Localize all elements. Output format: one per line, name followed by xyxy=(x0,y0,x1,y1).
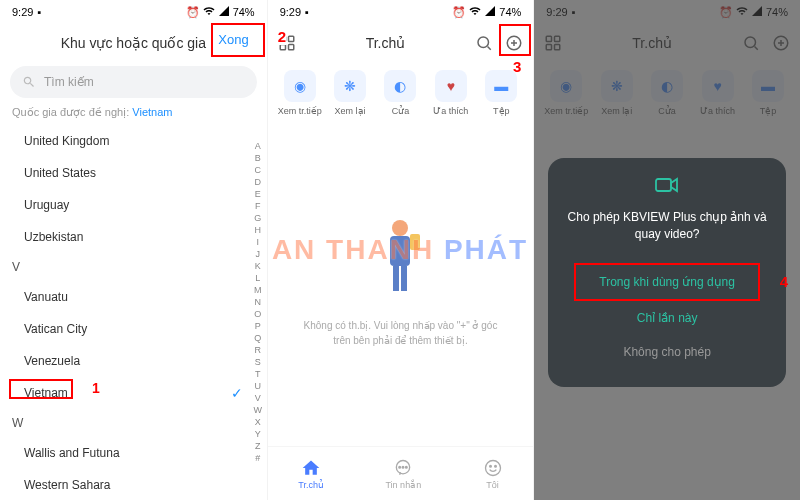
svg-point-16 xyxy=(489,465,491,467)
permission-dialog: Cho phép KBVIEW Plus chụp ảnh và quay vi… xyxy=(548,158,786,387)
battery-pct: 74% xyxy=(233,6,255,18)
option-while-using[interactable]: Trong khi dùng ứng dụng xyxy=(576,265,758,299)
home-icon xyxy=(301,458,321,478)
section-v: V xyxy=(12,253,267,281)
smile-icon xyxy=(483,458,503,478)
svg-point-15 xyxy=(485,460,500,475)
header: Khu vực hoặc quốc gia Xong xyxy=(0,24,267,62)
svg-rect-9 xyxy=(401,266,407,291)
svg-point-17 xyxy=(494,465,496,467)
list-item-vietnam[interactable]: Vietnam ✓ 1 xyxy=(12,377,267,409)
status-time: 9:29 xyxy=(12,6,33,18)
screen-country-select: 9:29▪ ⏰ 74% Khu vực hoặc quốc gia Xong T… xyxy=(0,0,267,500)
signal-icon xyxy=(484,5,496,19)
list-item[interactable]: Wallis and Futuna xyxy=(12,437,267,469)
suggested-country: Quốc gia được đề nghị: Vietnam xyxy=(0,106,267,125)
svg-rect-1 xyxy=(288,36,293,41)
search-icon xyxy=(22,75,36,89)
bottom-nav: Tr.chủ Tin nhắn Tôi xyxy=(268,446,534,500)
option-only-once[interactable]: Chỉ lần này xyxy=(564,301,770,335)
svg-rect-8 xyxy=(393,266,399,291)
door-icon: ◐ xyxy=(384,70,416,102)
section-w: W xyxy=(12,409,267,437)
search-icon[interactable] xyxy=(475,34,493,52)
heart-icon: ♥ xyxy=(435,70,467,102)
page-title: Tr.chủ xyxy=(366,35,406,51)
svg-rect-7 xyxy=(390,236,410,266)
check-icon: ✓ xyxy=(231,385,243,401)
video-icon xyxy=(564,176,770,199)
status-app-icon: ▪ xyxy=(37,6,41,18)
empty-state: Không có th.bị. Vui lòng nhấp vào "+" ở … xyxy=(268,116,534,348)
svg-point-12 xyxy=(399,466,401,468)
cat-playback[interactable]: ❋Xem lại xyxy=(326,70,374,116)
list-item[interactable]: Uruguay xyxy=(12,189,267,221)
statusbar: 9:29▪ ⏰ 74% xyxy=(0,0,267,24)
list-item[interactable]: Venezuela xyxy=(12,345,267,377)
page-title: Khu vực hoặc quốc gia xyxy=(61,35,206,51)
header: Tr.chủ xyxy=(268,24,534,62)
svg-point-14 xyxy=(406,466,408,468)
dialog-title: Cho phép KBVIEW Plus chụp ảnh và quay vi… xyxy=(564,209,770,243)
status-app-icon: ▪ xyxy=(305,6,309,18)
step-label-1: 1 xyxy=(92,380,100,396)
svg-rect-10 xyxy=(410,234,420,250)
highlight-plus xyxy=(499,24,531,56)
svg-point-13 xyxy=(402,466,404,468)
empty-illustration xyxy=(355,196,445,306)
step-label-2: 2 xyxy=(278,28,286,45)
svg-rect-2 xyxy=(280,45,285,50)
nav-home[interactable]: Tr.chủ xyxy=(298,458,324,490)
country-list[interactable]: United Kingdom United States Uruguay Uzb… xyxy=(0,125,267,500)
svg-rect-24 xyxy=(656,179,671,191)
alarm-icon: ⏰ xyxy=(452,6,466,19)
svg-rect-3 xyxy=(288,45,293,50)
category-row: ◉Xem tr.tiếp ❋Xem lại ◐Cửa ♥Ưa thích ▬Tệ… xyxy=(268,62,534,116)
highlight-vietnam xyxy=(9,379,73,399)
az-index[interactable]: ABCDEFGHIJKLMNOPQRSTUVWXYZ# xyxy=(252,140,264,464)
list-item[interactable]: Vatican City xyxy=(12,313,267,345)
status-time: 9:29 xyxy=(280,6,301,18)
cat-files[interactable]: ▬Tệp xyxy=(477,70,525,116)
screen-home: 9:29▪ ⏰ 74% Tr.chủ 2 3 ◉Xem tr.tiếp ❋Xem… xyxy=(267,0,534,500)
search-input[interactable]: Tìm kiếm xyxy=(10,66,257,98)
option-deny[interactable]: Không cho phép xyxy=(564,335,770,369)
list-item[interactable]: United Kingdom xyxy=(12,125,267,157)
cat-door[interactable]: ◐Cửa xyxy=(376,70,424,116)
cat-favorite[interactable]: ♥Ưa thích xyxy=(427,70,475,116)
wifi-icon xyxy=(203,5,215,19)
wifi-icon xyxy=(469,5,481,19)
svg-point-4 xyxy=(478,37,489,48)
svg-point-6 xyxy=(392,220,408,236)
list-item[interactable]: Western Sahara xyxy=(12,469,267,500)
highlight-option: Trong khi dùng ứng dụng xyxy=(574,263,760,301)
step-label-3: 3 xyxy=(513,58,521,75)
playback-icon: ❋ xyxy=(334,70,366,102)
nav-messages[interactable]: Tin nhắn xyxy=(385,458,421,490)
step-label-4: 4 xyxy=(780,273,788,290)
empty-text-1: Không có th.bị. Vui lòng nhấp vào "+" ở … xyxy=(292,318,510,333)
list-item[interactable]: Uzbekistan xyxy=(12,221,267,253)
nav-me[interactable]: Tôi xyxy=(483,458,503,490)
camera-icon: ◉ xyxy=(284,70,316,102)
list-item[interactable]: United States xyxy=(12,157,267,189)
screen-permission: 9:29▪ ⏰ 74% Tr.chủ ◉Xem tr.tiếp ❋Xem lại… xyxy=(533,0,800,500)
message-icon xyxy=(393,458,413,478)
alarm-icon: ⏰ xyxy=(186,6,200,19)
cat-live[interactable]: ◉Xem tr.tiếp xyxy=(276,70,324,116)
battery-pct: 74% xyxy=(499,6,521,18)
empty-text-2: trên bên phải để thêm thiết bị. xyxy=(292,333,510,348)
list-item[interactable]: Vanuatu xyxy=(12,281,267,313)
signal-icon xyxy=(218,5,230,19)
suggested-vietnam-link[interactable]: Vietnam xyxy=(132,106,172,118)
statusbar: 9:29▪ ⏰ 74% xyxy=(268,0,534,24)
highlight-done xyxy=(211,23,265,57)
search-placeholder: Tìm kiếm xyxy=(44,75,94,89)
